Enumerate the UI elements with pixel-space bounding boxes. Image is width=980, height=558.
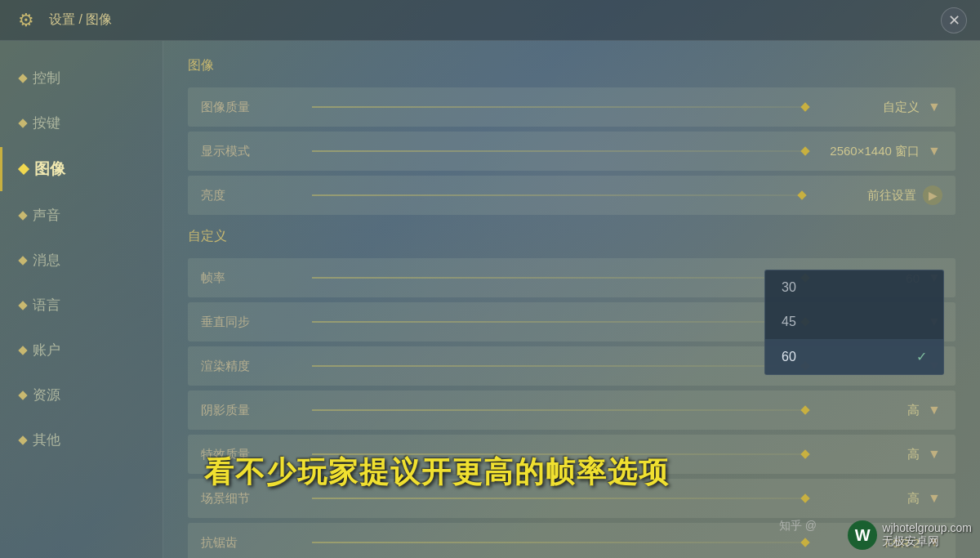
diamond-icon: [18, 346, 27, 355]
setting-label-display-mode: 显示模式: [201, 144, 299, 159]
sidebar-item-message[interactable]: 消息: [0, 239, 163, 281]
setting-value-shadow-quality: 高: [822, 403, 920, 418]
goto-arrow-brightness[interactable]: ▶: [923, 185, 942, 205]
dropdown-arrow-shadow-quality[interactable]: ▼: [926, 403, 942, 417]
sidebar-item-sound[interactable]: 声音: [0, 194, 163, 236]
bar-diamond: [800, 405, 809, 414]
setting-label-effect-quality: 特效质量: [201, 447, 299, 462]
bar-diamond: [800, 538, 809, 547]
dropdown-arrow-scene-detail[interactable]: ▼: [926, 491, 942, 506]
sidebar-item-keys[interactable]: 按键: [0, 102, 163, 144]
gear-icon: ⚙: [13, 7, 39, 33]
sidebar-item-label: 控制: [33, 69, 60, 87]
sidebar-item-label: 语言: [33, 296, 60, 315]
sidebar: 控制 按键 图像 声音 消息 语言: [0, 41, 163, 558]
setting-bar: [312, 365, 808, 367]
breadcrumb: 设置 / 图像: [49, 11, 112, 29]
checkmark-icon: ✓: [916, 349, 927, 364]
wujia-site-text: wjhotelgroup.com 无极安卓网: [882, 521, 972, 549]
sidebar-item-label: 按键: [33, 114, 60, 132]
setting-value-scene-detail: 高: [822, 491, 920, 507]
setting-label-antialiasing: 抗锯齿: [201, 535, 299, 551]
setting-label-render-precision: 渲染精度: [201, 359, 299, 374]
sidebar-item-label: 其他: [33, 431, 60, 449]
watermark-zhihu: 知乎 @: [779, 519, 817, 533]
diamond-icon: [18, 256, 27, 265]
sidebar-item-language[interactable]: 语言: [0, 284, 163, 326]
setting-label-fps: 帧率: [201, 270, 299, 286]
setting-bar: [312, 194, 805, 196]
bar-diamond: [800, 102, 809, 111]
setting-label-brightness: 亮度: [201, 188, 299, 203]
setting-value-effect-quality: 高: [822, 447, 920, 462]
diamond-icon: [18, 301, 27, 310]
setting-bar: [312, 106, 808, 108]
sidebar-item-label: 声音: [33, 206, 60, 225]
sidebar-item-resources[interactable]: 资源: [0, 374, 163, 416]
dropdown-arrow-effect-quality[interactable]: ▼: [926, 447, 942, 462]
fps-option-45[interactable]: 45: [765, 305, 943, 339]
setting-row-brightness: 亮度 前往设置 ▶: [188, 176, 956, 215]
section1-title: 图像: [188, 57, 956, 78]
close-icon: ✕: [948, 11, 960, 29]
setting-row-shadow-quality: 阴影质量 高 ▼: [188, 391, 956, 430]
setting-row-effect-quality: 特效质量 高 ▼: [188, 435, 956, 474]
sidebar-item-graphics[interactable]: 图像: [0, 147, 163, 191]
setting-value-display-mode: 2560×1440 窗口: [822, 144, 920, 159]
diamond-icon: [18, 118, 27, 127]
settings-panel: ⚙ 设置 / 图像 ✕ 控制 按键 图像 声音: [0, 0, 980, 558]
setting-bar: [312, 453, 808, 455]
diamond-icon: [18, 435, 27, 444]
setting-label-shadow-quality: 阴影质量: [201, 403, 299, 418]
bar-diamond: [800, 493, 809, 502]
bar-diamond: [800, 449, 809, 458]
close-button[interactable]: ✕: [941, 7, 967, 33]
setting-value-image-quality: 自定义: [822, 100, 920, 115]
fps-option-label-60: 60: [782, 350, 796, 364]
section2-title: 自定义: [188, 228, 956, 248]
setting-row-antialiasing: 抗锯齿 FSR 2 ▼: [188, 523, 956, 558]
setting-bar: [312, 150, 808, 152]
setting-row-display-mode: 显示模式 2560×1440 窗口 ▼: [188, 132, 956, 171]
sidebar-item-label: 资源: [33, 386, 60, 404]
setting-row-image-quality: 图像质量 自定义 ▼: [188, 87, 956, 127]
fps-option-label-45: 45: [782, 315, 796, 329]
sidebar-item-other[interactable]: 其他: [0, 419, 163, 461]
setting-row-scene-detail: 场景细节 高 ▼: [188, 479, 956, 518]
body: 控制 按键 图像 声音 消息 语言: [0, 41, 980, 558]
setting-value-brightness: 前往设置: [818, 188, 916, 203]
setting-label-image-quality: 图像质量: [201, 100, 299, 115]
setting-bar: [312, 409, 808, 411]
fps-option-label-30: 30: [782, 280, 796, 295]
setting-bar: [312, 542, 808, 543]
header: ⚙ 设置 / 图像 ✕: [0, 0, 980, 41]
dropdown-arrow-image-quality[interactable]: ▼: [926, 100, 942, 114]
wujia-logo: W: [848, 520, 877, 550]
diamond-icon: [18, 211, 27, 220]
setting-label-scene-detail: 场景细节: [201, 491, 299, 507]
setting-bar: [312, 321, 808, 323]
fps-dropdown: 30 45 60 ✓: [764, 270, 944, 375]
diamond-icon: [18, 391, 27, 400]
diamond-icon: [18, 74, 27, 83]
content-area: 图像 图像质量 自定义 ▼ 显示模式 2560×1440 窗口 ▼: [163, 41, 980, 558]
fps-option-60[interactable]: 60 ✓: [765, 339, 943, 374]
fps-option-30[interactable]: 30: [765, 270, 943, 305]
diamond-icon: [18, 163, 29, 175]
setting-bar: [312, 277, 808, 279]
setting-bar: [312, 498, 808, 499]
bar-diamond: [800, 146, 809, 155]
setting-label-vsync: 垂直同步: [201, 315, 299, 330]
sidebar-item-label: 图像: [34, 158, 65, 180]
sidebar-item-controls[interactable]: 控制: [0, 57, 163, 99]
sidebar-item-label: 消息: [33, 251, 60, 270]
dropdown-arrow-display-mode[interactable]: ▼: [926, 144, 942, 158]
sidebar-item-account[interactable]: 账户: [0, 329, 163, 371]
sidebar-item-label: 账户: [33, 341, 60, 359]
bar-diamond: [797, 190, 806, 199]
watermark-wujia: W wjhotelgroup.com 无极安卓网: [848, 520, 972, 550]
